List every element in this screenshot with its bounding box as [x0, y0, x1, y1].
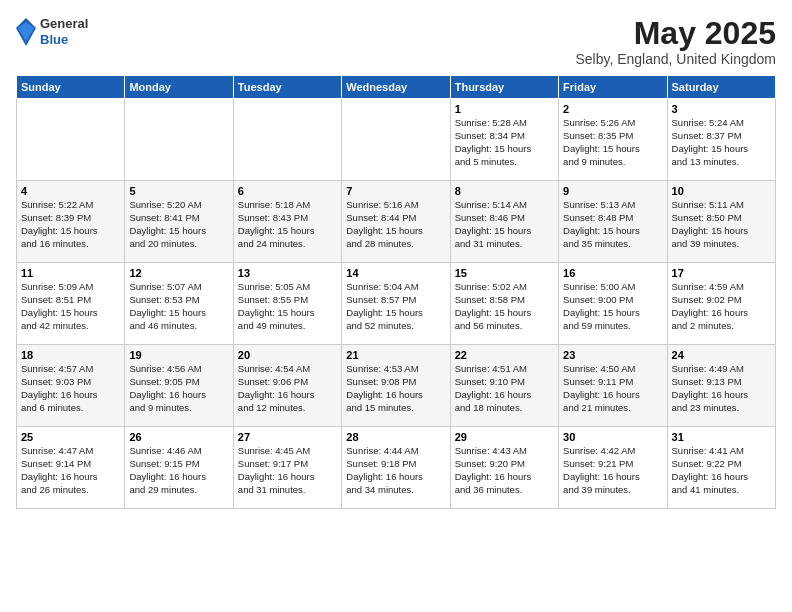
day-number: 10: [672, 185, 771, 197]
title-block: May 2025 Selby, England, United Kingdom: [575, 16, 776, 67]
day-number: 26: [129, 431, 228, 443]
day-info: Sunrise: 5:11 AMSunset: 8:50 PMDaylight:…: [672, 199, 771, 250]
day-cell: 1Sunrise: 5:28 AMSunset: 8:34 PMDaylight…: [450, 99, 558, 181]
day-info: Sunrise: 4:57 AMSunset: 9:03 PMDaylight:…: [21, 363, 120, 414]
day-info: Sunrise: 4:50 AMSunset: 9:11 PMDaylight:…: [563, 363, 662, 414]
day-number: 28: [346, 431, 445, 443]
calendar: SundayMondayTuesdayWednesdayThursdayFrid…: [16, 75, 776, 509]
weekday-header-tuesday: Tuesday: [233, 76, 341, 99]
weekday-header-wednesday: Wednesday: [342, 76, 450, 99]
day-number: 30: [563, 431, 662, 443]
day-info: Sunrise: 4:44 AMSunset: 9:18 PMDaylight:…: [346, 445, 445, 496]
day-cell: 11Sunrise: 5:09 AMSunset: 8:51 PMDayligh…: [17, 263, 125, 345]
day-cell: 22Sunrise: 4:51 AMSunset: 9:10 PMDayligh…: [450, 345, 558, 427]
day-number: 18: [21, 349, 120, 361]
day-info: Sunrise: 4:49 AMSunset: 9:13 PMDaylight:…: [672, 363, 771, 414]
day-number: 12: [129, 267, 228, 279]
day-cell: 17Sunrise: 4:59 AMSunset: 9:02 PMDayligh…: [667, 263, 775, 345]
day-cell: 6Sunrise: 5:18 AMSunset: 8:43 PMDaylight…: [233, 181, 341, 263]
day-info: Sunrise: 4:53 AMSunset: 9:08 PMDaylight:…: [346, 363, 445, 414]
day-number: 15: [455, 267, 554, 279]
day-info: Sunrise: 5:05 AMSunset: 8:55 PMDaylight:…: [238, 281, 337, 332]
day-cell: 26Sunrise: 4:46 AMSunset: 9:15 PMDayligh…: [125, 427, 233, 509]
day-number: 31: [672, 431, 771, 443]
day-number: 25: [21, 431, 120, 443]
day-number: 23: [563, 349, 662, 361]
day-number: 27: [238, 431, 337, 443]
day-cell: [233, 99, 341, 181]
day-cell: 20Sunrise: 4:54 AMSunset: 9:06 PMDayligh…: [233, 345, 341, 427]
month-title: May 2025: [575, 16, 776, 51]
day-number: 7: [346, 185, 445, 197]
day-number: 19: [129, 349, 228, 361]
day-info: Sunrise: 5:09 AMSunset: 8:51 PMDaylight:…: [21, 281, 120, 332]
day-cell: [342, 99, 450, 181]
logo-text: General Blue: [40, 16, 88, 47]
day-cell: [17, 99, 125, 181]
day-cell: 12Sunrise: 5:07 AMSunset: 8:53 PMDayligh…: [125, 263, 233, 345]
day-info: Sunrise: 5:14 AMSunset: 8:46 PMDaylight:…: [455, 199, 554, 250]
day-cell: 7Sunrise: 5:16 AMSunset: 8:44 PMDaylight…: [342, 181, 450, 263]
location: Selby, England, United Kingdom: [575, 51, 776, 67]
day-cell: 9Sunrise: 5:13 AMSunset: 8:48 PMDaylight…: [559, 181, 667, 263]
day-number: 9: [563, 185, 662, 197]
week-row-5: 25Sunrise: 4:47 AMSunset: 9:14 PMDayligh…: [17, 427, 776, 509]
day-info: Sunrise: 5:18 AMSunset: 8:43 PMDaylight:…: [238, 199, 337, 250]
day-cell: 15Sunrise: 5:02 AMSunset: 8:58 PMDayligh…: [450, 263, 558, 345]
day-cell: 14Sunrise: 5:04 AMSunset: 8:57 PMDayligh…: [342, 263, 450, 345]
day-number: 4: [21, 185, 120, 197]
day-info: Sunrise: 4:54 AMSunset: 9:06 PMDaylight:…: [238, 363, 337, 414]
day-cell: 19Sunrise: 4:56 AMSunset: 9:05 PMDayligh…: [125, 345, 233, 427]
day-cell: 8Sunrise: 5:14 AMSunset: 8:46 PMDaylight…: [450, 181, 558, 263]
logo-blue: Blue: [40, 32, 88, 48]
day-info: Sunrise: 4:45 AMSunset: 9:17 PMDaylight:…: [238, 445, 337, 496]
day-info: Sunrise: 5:07 AMSunset: 8:53 PMDaylight:…: [129, 281, 228, 332]
logo: General Blue: [16, 16, 88, 47]
day-number: 3: [672, 103, 771, 115]
day-cell: 23Sunrise: 4:50 AMSunset: 9:11 PMDayligh…: [559, 345, 667, 427]
day-number: 17: [672, 267, 771, 279]
logo-general: General: [40, 16, 88, 32]
day-info: Sunrise: 4:41 AMSunset: 9:22 PMDaylight:…: [672, 445, 771, 496]
day-cell: 10Sunrise: 5:11 AMSunset: 8:50 PMDayligh…: [667, 181, 775, 263]
day-cell: 16Sunrise: 5:00 AMSunset: 9:00 PMDayligh…: [559, 263, 667, 345]
day-number: 20: [238, 349, 337, 361]
week-row-1: 1Sunrise: 5:28 AMSunset: 8:34 PMDaylight…: [17, 99, 776, 181]
day-cell: 30Sunrise: 4:42 AMSunset: 9:21 PMDayligh…: [559, 427, 667, 509]
day-number: 16: [563, 267, 662, 279]
day-info: Sunrise: 4:59 AMSunset: 9:02 PMDaylight:…: [672, 281, 771, 332]
logo-icon: [16, 18, 36, 46]
day-number: 2: [563, 103, 662, 115]
weekday-header-sunday: Sunday: [17, 76, 125, 99]
day-info: Sunrise: 5:13 AMSunset: 8:48 PMDaylight:…: [563, 199, 662, 250]
day-number: 11: [21, 267, 120, 279]
day-number: 8: [455, 185, 554, 197]
day-number: 1: [455, 103, 554, 115]
day-number: 13: [238, 267, 337, 279]
day-info: Sunrise: 4:46 AMSunset: 9:15 PMDaylight:…: [129, 445, 228, 496]
day-cell: 31Sunrise: 4:41 AMSunset: 9:22 PMDayligh…: [667, 427, 775, 509]
day-info: Sunrise: 5:28 AMSunset: 8:34 PMDaylight:…: [455, 117, 554, 168]
day-info: Sunrise: 5:22 AMSunset: 8:39 PMDaylight:…: [21, 199, 120, 250]
day-info: Sunrise: 4:42 AMSunset: 9:21 PMDaylight:…: [563, 445, 662, 496]
day-info: Sunrise: 5:02 AMSunset: 8:58 PMDaylight:…: [455, 281, 554, 332]
day-cell: 28Sunrise: 4:44 AMSunset: 9:18 PMDayligh…: [342, 427, 450, 509]
day-number: 22: [455, 349, 554, 361]
week-row-4: 18Sunrise: 4:57 AMSunset: 9:03 PMDayligh…: [17, 345, 776, 427]
day-cell: 24Sunrise: 4:49 AMSunset: 9:13 PMDayligh…: [667, 345, 775, 427]
day-info: Sunrise: 5:16 AMSunset: 8:44 PMDaylight:…: [346, 199, 445, 250]
day-number: 5: [129, 185, 228, 197]
page: General Blue May 2025 Selby, England, Un…: [0, 0, 792, 517]
day-cell: 4Sunrise: 5:22 AMSunset: 8:39 PMDaylight…: [17, 181, 125, 263]
weekday-header-row: SundayMondayTuesdayWednesdayThursdayFrid…: [17, 76, 776, 99]
day-cell: 18Sunrise: 4:57 AMSunset: 9:03 PMDayligh…: [17, 345, 125, 427]
weekday-header-friday: Friday: [559, 76, 667, 99]
day-info: Sunrise: 5:24 AMSunset: 8:37 PMDaylight:…: [672, 117, 771, 168]
weekday-header-saturday: Saturday: [667, 76, 775, 99]
day-info: Sunrise: 4:51 AMSunset: 9:10 PMDaylight:…: [455, 363, 554, 414]
day-cell: [125, 99, 233, 181]
day-info: Sunrise: 4:43 AMSunset: 9:20 PMDaylight:…: [455, 445, 554, 496]
day-info: Sunrise: 5:26 AMSunset: 8:35 PMDaylight:…: [563, 117, 662, 168]
day-cell: 21Sunrise: 4:53 AMSunset: 9:08 PMDayligh…: [342, 345, 450, 427]
weekday-header-thursday: Thursday: [450, 76, 558, 99]
